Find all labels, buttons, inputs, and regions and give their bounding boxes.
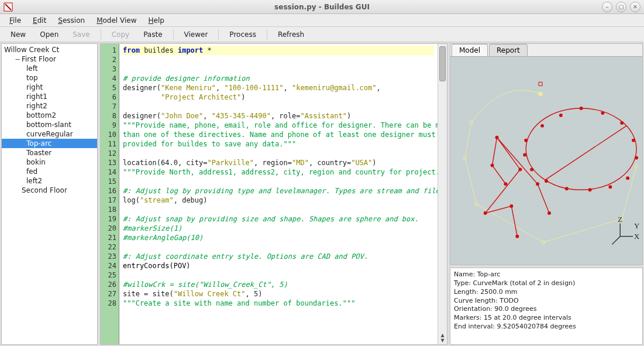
toolbar-separator [218,29,219,40]
tree-item-left2[interactable]: left2 [2,176,97,186]
tree-sidebar[interactable]: Willow Creek Ct−First Floorlefttoprightr… [1,43,98,345]
code-line-13[interactable]: location(64.0, city="Parkville", region=… [123,158,434,167]
svg-point-24 [530,167,533,171]
code-line-9[interactable]: """Provide name, phone, email, role and … [123,121,434,130]
toolbar-process[interactable]: Process [222,29,263,40]
svg-point-33 [491,163,494,167]
code-line-18[interactable] [123,205,434,214]
toolbar-refresh[interactable]: Refresh [271,29,311,40]
code-area[interactable]: from buildes import *# provide designer … [119,44,438,344]
tree-floor-first-floor[interactable]: −First Floor [2,54,97,64]
svg-point-23 [545,179,548,183]
info-type: Type: CurveMark (total of 2 in design) [454,279,639,288]
code-line-26[interactable]: #willowCrk = site("Willow_Creek_Ct", 5) [123,280,434,289]
toolbar-new[interactable]: New [4,29,33,40]
minimize-button[interactable]: – [602,2,612,12]
code-line-2[interactable] [123,55,434,64]
svg-line-37 [612,237,620,245]
tree-item-bokin[interactable]: bokin [2,157,97,167]
menu-help[interactable]: Help [142,15,170,26]
code-line-28[interactable]: """Create a site with name and number of… [123,299,434,308]
code-line-1[interactable]: from buildes import * [123,46,434,55]
code-line-22[interactable] [123,242,434,252]
toolbar: NewOpenSaveCopyPasteViewerProcessRefresh [0,27,644,42]
svg-point-7 [635,165,638,168]
viewer-tab-report[interactable]: Report [489,44,528,56]
viewer-panel: ModelReport [450,43,643,265]
code-line-12[interactable] [123,149,434,158]
tree-item-top[interactable]: top [2,73,97,83]
vertical-scrollbar[interactable]: ▲▼ [438,44,447,344]
code-line-4[interactable]: # provide designer information [123,74,434,83]
svg-point-26 [495,136,499,139]
code-line-17[interactable]: log("stream", debug) [123,196,434,205]
svg-point-16 [620,121,624,125]
tree-item-left[interactable]: left [2,64,97,73]
tree-item-bottom2[interactable]: bottom2 [2,111,97,120]
app-icon [4,2,13,12]
toolbar-open[interactable]: Open [33,29,66,40]
code-line-14[interactable]: """Provide North, address1, address2, ci… [123,167,434,177]
info-name: Name: Top-arc [454,270,639,279]
code-line-15[interactable] [123,177,434,186]
code-line-23[interactable]: #: Adjust coordinate entry style. Option… [123,252,434,261]
code-editor[interactable]: 1234567891011121314151617181920212223242… [100,43,447,345]
tree-root[interactable]: Willow Creek Ct [2,45,97,54]
svg-text:Z: Z [618,215,622,224]
tree-item-bottom-slant[interactable]: bottom-slant [2,120,97,129]
menu-edit[interactable]: Edit [27,15,52,26]
menu-model-view[interactable]: Model View [91,15,142,26]
maximize-button[interactable]: ▢ [616,2,626,12]
axis-widget: X Z Y [612,215,640,245]
menu-file[interactable]: File [4,15,27,26]
tree-item-curveregular[interactable]: curveRegular [2,129,97,139]
code-line-16[interactable]: #: Adjust log by providing type and leve… [123,186,434,196]
toolbar-paste[interactable]: Paste [136,29,169,40]
scroll-arrows[interactable]: ▲▼ [438,333,447,343]
code-line-19[interactable]: #: Adjust snap by providing size and sha… [123,214,434,224]
menu-session[interactable]: Session [52,15,91,26]
tree-item-toaster[interactable]: Toaster [2,148,97,157]
svg-point-32 [547,211,551,215]
code-line-7[interactable] [123,102,434,111]
viewer-tab-model[interactable]: Model [452,44,488,56]
svg-point-13 [559,114,563,117]
code-line-5[interactable]: designer("Kene Meniru", "100-100-1111", … [123,83,434,93]
tree-floor-second-floor[interactable]: Second Floor [2,186,97,195]
code-line-27[interactable]: site = site("Willow Creek Ct", 5) [123,289,434,299]
code-line-11[interactable]: provided for buildes to save any data.""… [123,139,434,149]
svg-point-25 [523,153,526,157]
svg-text:X: X [634,232,640,241]
info-markers: Markers: 15 at 20.0 degree intervals [454,314,639,323]
code-line-8[interactable]: designer("John Doe", "435-345-4490", rol… [123,111,434,121]
code-line-3[interactable] [123,64,434,74]
svg-point-19 [626,176,629,180]
toolbar-separator [267,29,267,40]
svg-point-12 [540,124,544,128]
menubar: FileEditSessionModel ViewHelp [0,14,644,27]
close-button[interactable]: ✕ [630,2,640,12]
line-gutter: 1234567891011121314151617181920212223242… [101,44,119,344]
code-line-20[interactable]: #markerSize(1) [123,224,434,233]
svg-point-34 [504,182,507,186]
svg-point-17 [632,139,635,142]
code-line-21[interactable]: #markerAngleGap(10) [123,233,434,242]
code-line-25[interactable] [123,270,434,280]
code-line-24[interactable]: entryCoords(POV) [123,261,434,270]
titlebar: session.py - Buildes GUI – ▢ ✕ [0,0,644,14]
code-line-10[interactable]: than one of these directives. Name and p… [123,130,434,139]
tree-item-right1[interactable]: right1 [2,92,97,101]
svg-point-11 [524,139,528,142]
svg-point-28 [484,211,487,215]
tree-item-right2[interactable]: right2 [2,101,97,111]
code-line-6[interactable]: "Project Architect") [123,93,434,102]
tree-item-fed[interactable]: fed [2,167,97,176]
toolbar-viewer[interactable]: Viewer [177,29,215,40]
model-viewer-canvas[interactable]: X Z Y [450,57,642,265]
tree-item-top-arc[interactable]: Top-arc [2,139,97,148]
tree-item-right[interactable]: right [2,83,97,92]
info-length: Length: 2500.0 mm [454,288,639,297]
svg-rect-10 [539,82,542,85]
scrollbar-thumb[interactable] [439,46,446,81]
svg-line-9 [545,126,626,180]
